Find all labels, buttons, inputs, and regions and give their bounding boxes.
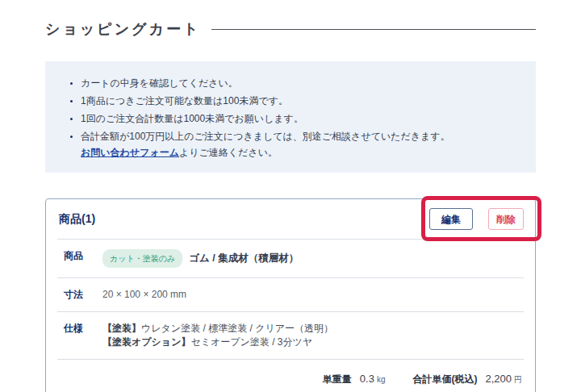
spec-paint-option-body: セミオープン塗装 / 3分ツヤ <box>190 336 312 348</box>
spec-paint-line: 【塗装】ウレタン塗装 / 標準塗装 / クリアー（透明） <box>102 322 333 336</box>
product-name: ゴム / 集成材（積層材） <box>189 252 299 265</box>
notice-item: カートの中身を確認してください。 <box>81 77 516 89</box>
notice-contact-line: お問い合わせフォームよりご連絡ください。 <box>81 147 516 158</box>
unit-weight-unit: kg <box>377 375 386 384</box>
totals-area: 単重量 0.3 kg 合計単価(税込) 2,200 円 × 数量 枚 <box>59 360 522 392</box>
product-spec-table: 商品 カット・塗装のみ ゴム / 集成材（積層材） 寸法 20 × 100 × … <box>57 240 524 360</box>
page-title-row: ショッピングカート <box>45 19 536 39</box>
table-row-specifications: 仕様 【塗装】ウレタン塗装 / 標準塗装 / クリアー（透明） 【塗装オプション… <box>57 312 524 360</box>
contact-form-link[interactable]: お問い合わせフォーム <box>81 147 179 158</box>
dimensions-value: 20 × 100 × 200 mm <box>102 288 186 302</box>
page-title: ショッピングカート <box>45 19 200 39</box>
unit-price-unit: 円 <box>514 374 522 386</box>
notice-item: 合計金額が100万円以上のご注文につきましては、別途ご相談させていただきます。 … <box>81 131 516 158</box>
contact-suffix-text: よりご連絡ください。 <box>179 147 278 158</box>
unit-weight-value: 0.3 <box>360 373 374 385</box>
notice-item: 1回のご注文合計数量は1000未満でお願いします。 <box>81 113 516 124</box>
table-row-dimensions: 寸法 20 × 100 × 200 mm <box>57 278 524 312</box>
table-row-product: 商品 カット・塗装のみ ゴム / 集成材（積層材） <box>57 240 524 278</box>
cut-paint-only-badge: カット・塗装のみ <box>102 249 182 268</box>
product-row-label: 商品 <box>64 249 102 263</box>
product-count-heading: 商品(1) <box>59 212 95 227</box>
spec-row-label: 仕様 <box>64 322 102 336</box>
spec-paint-body: ウレタン塗装 / 標準塗装 / クリアー（透明） <box>141 323 333 334</box>
spec-paint-option-head: 【塗装オプション】 <box>102 336 190 348</box>
cart-notice-box: カートの中身を確認してください。 1商品につきご注文可能な数量は100未満です。… <box>45 61 536 173</box>
unit-price-label: 合計単価(税込) <box>412 373 477 386</box>
unit-price-value: 2,200 <box>485 373 512 385</box>
delete-button[interactable]: 削除 <box>488 208 524 230</box>
edit-button[interactable]: 編集 <box>429 208 473 230</box>
spec-paint-option-line: 【塗装オプション】セミオープン塗装 / 3分ツヤ <box>102 336 333 349</box>
page-container: ショッピングカート カートの中身を確認してください。 1商品につきご注文可能な数… <box>45 19 536 392</box>
product-card: 商品(1) 編集 削除 商品 カット・塗装のみ ゴム / 集成材（積層材） 寸法… <box>45 198 536 392</box>
dimensions-row-label: 寸法 <box>64 288 102 302</box>
title-divider-line <box>211 29 536 30</box>
unit-weight-price-line: 単重量 0.3 kg 合計単価(税込) 2,200 円 <box>59 373 522 386</box>
notice-item: 1商品につきご注文可能な数量は100未満です。 <box>81 95 516 106</box>
unit-weight-label: 単重量 <box>323 373 352 386</box>
card-action-buttons: 編集 削除 <box>429 208 524 230</box>
notice-list: カートの中身を確認してください。 1商品につきご注文可能な数量は100未満です。… <box>65 77 516 158</box>
spec-value: 【塗装】ウレタン塗装 / 標準塗装 / クリアー（透明） 【塗装オプション】セミ… <box>102 322 333 349</box>
product-card-header: 商品(1) 編集 削除 <box>57 199 524 240</box>
spec-paint-head: 【塗装】 <box>102 323 141 334</box>
